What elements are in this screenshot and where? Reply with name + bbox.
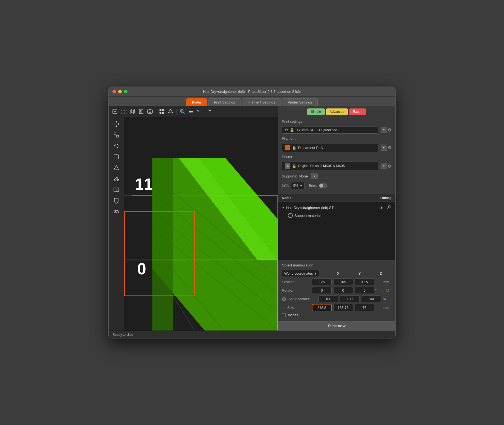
position-z-input[interactable] bbox=[355, 278, 374, 285]
printer-input[interactable]: 🖨 🔒 Original Prusa i3 MK3S & MK3S+ bbox=[282, 162, 378, 170]
position-x-input[interactable] bbox=[312, 278, 332, 285]
print-settings-label: Print settings : bbox=[282, 119, 304, 124]
filament-input[interactable]: 🔒 Prusament PLA bbox=[282, 143, 378, 152]
coord-system-label: World coordinates bbox=[284, 271, 313, 275]
zoom-to-fit-icon[interactable] bbox=[179, 108, 186, 115]
size-y-input[interactable] bbox=[333, 304, 353, 311]
printer-chevron[interactable]: ▾ bbox=[381, 163, 387, 169]
split-tool[interactable] bbox=[111, 163, 121, 173]
support-material-icon bbox=[288, 213, 293, 218]
support-tool[interactable] bbox=[111, 196, 121, 206]
brim-toggle-knob bbox=[319, 184, 323, 188]
sep-2 bbox=[176, 109, 176, 114]
toolbar bbox=[109, 106, 278, 117]
scale-z-input[interactable] bbox=[361, 295, 381, 302]
print-settings-chevron[interactable]: ▾ bbox=[381, 127, 387, 133]
inches-checkbox[interactable] bbox=[282, 313, 286, 317]
scale-y-input[interactable] bbox=[340, 295, 360, 302]
mode-expert-button[interactable]: Expert bbox=[349, 108, 366, 115]
svg-rect-61 bbox=[389, 206, 390, 208]
add-object-icon[interactable] bbox=[111, 108, 118, 115]
size-inputs bbox=[312, 304, 383, 311]
print-settings-gear-icon: ⚙ bbox=[285, 128, 288, 132]
viewport-canvas[interactable]: 11 0 9 bbox=[109, 117, 278, 331]
scale-inputs bbox=[318, 295, 383, 302]
list-sub-item[interactable]: Support material bbox=[278, 212, 395, 219]
status-bar: Ready to slice bbox=[109, 331, 395, 338]
object-manipulation-section: Object manipulation World coordinates ▾ … bbox=[278, 260, 395, 320]
size-x-input[interactable] bbox=[312, 304, 332, 311]
filament-gear-button[interactable]: ⚙ bbox=[388, 145, 392, 151]
reset-rotation-button[interactable]: ↺ bbox=[383, 288, 392, 294]
rotate-x-input[interactable] bbox=[312, 287, 332, 294]
view-tool[interactable] bbox=[111, 207, 121, 217]
move-tool[interactable] bbox=[111, 119, 121, 129]
infill-select[interactable]: 5% ▾ bbox=[291, 182, 305, 189]
brim-toggle[interactable] bbox=[319, 183, 328, 188]
position-unit: mm bbox=[383, 280, 392, 284]
supports-chevron[interactable]: ▾ bbox=[311, 173, 318, 179]
tab-filament-settings[interactable]: Filament Settings bbox=[242, 98, 281, 106]
paint-tool[interactable] bbox=[111, 174, 121, 184]
svg-point-33 bbox=[117, 179, 119, 181]
filament-chevron[interactable]: ▾ bbox=[381, 145, 387, 151]
mode-advanced-button[interactable]: Advanced bbox=[326, 108, 348, 115]
svg-rect-14 bbox=[160, 109, 161, 111]
svg-rect-37 bbox=[115, 202, 117, 203]
arrange-icon[interactable] bbox=[158, 108, 165, 115]
size-z-input[interactable] bbox=[355, 304, 374, 311]
rotate-tool[interactable] bbox=[111, 141, 121, 151]
slice-now-button[interactable]: Slice now bbox=[278, 321, 395, 331]
seam-tool[interactable] bbox=[111, 185, 121, 195]
print-settings-gear-button[interactable]: ⚙ bbox=[388, 127, 392, 133]
svg-marker-31 bbox=[114, 165, 119, 170]
undo-icon[interactable] bbox=[196, 108, 203, 115]
lay-flat-icon[interactable] bbox=[167, 108, 174, 115]
place-tool[interactable] bbox=[111, 152, 121, 162]
expand-icon: ▼ bbox=[282, 206, 285, 209]
rotate-y-input[interactable] bbox=[333, 287, 353, 294]
scale-tool[interactable] bbox=[111, 130, 121, 140]
tabs-bar: Plater Print Settings Filament Settings … bbox=[109, 97, 395, 106]
svg-rect-15 bbox=[162, 109, 164, 111]
printer-controls: ▾ ⚙ bbox=[381, 163, 392, 169]
rotate-unit: ° bbox=[375, 288, 383, 292]
screenshot-icon[interactable] bbox=[146, 108, 153, 115]
printer-label: Printer : bbox=[282, 155, 301, 159]
delete-icon[interactable] bbox=[138, 108, 145, 115]
tab-print-settings[interactable]: Print Settings bbox=[208, 98, 241, 106]
rotate-z-input[interactable] bbox=[355, 287, 374, 294]
infill-label: Infill: bbox=[282, 183, 289, 188]
coord-system-select[interactable]: World coordinates ▾ bbox=[282, 270, 319, 277]
printer-icon: 🖨 bbox=[285, 163, 290, 169]
tab-printer-settings[interactable]: Printer Settings bbox=[282, 98, 318, 106]
infill-value: 5% bbox=[293, 183, 299, 188]
brim-label: Brim: bbox=[309, 183, 317, 188]
svg-text:11: 11 bbox=[135, 175, 153, 193]
visibility-icon[interactable]: 👁 bbox=[380, 206, 383, 210]
position-y-input[interactable] bbox=[333, 278, 353, 285]
scale-x-input[interactable] bbox=[318, 295, 338, 302]
svg-rect-16 bbox=[160, 112, 161, 114]
copy-icon[interactable] bbox=[129, 108, 136, 115]
list-item[interactable]: ▼ Hair Dry+straightener (left).STL 👁 bbox=[278, 203, 395, 212]
edit-icon[interactable] bbox=[387, 205, 392, 210]
svg-rect-17 bbox=[162, 112, 164, 114]
supports-label: Supports: bbox=[282, 174, 297, 178]
status-text: Ready to slice bbox=[112, 333, 133, 337]
svg-rect-6 bbox=[130, 110, 134, 114]
mode-simple-button[interactable]: Simple bbox=[307, 108, 325, 115]
rotate-row: Rotate: ° ↺ bbox=[282, 287, 392, 294]
maximize-button[interactable] bbox=[124, 90, 128, 93]
position-inputs bbox=[312, 278, 383, 285]
redo-icon[interactable] bbox=[205, 108, 212, 115]
minimize-button[interactable] bbox=[118, 90, 122, 93]
view-list-icon[interactable] bbox=[187, 108, 195, 115]
tab-plater[interactable]: Plater bbox=[186, 98, 207, 106]
select-icon[interactable] bbox=[120, 108, 127, 115]
position-row: Position: mm bbox=[282, 278, 392, 285]
close-button[interactable] bbox=[112, 90, 116, 93]
printer-gear-button[interactable]: ⚙ bbox=[388, 163, 392, 169]
print-settings-input[interactable]: ⚙ 🔒 0.20mm SPEED (modified) bbox=[282, 126, 378, 134]
mode-buttons: Simple Advanced Expert bbox=[278, 106, 395, 117]
